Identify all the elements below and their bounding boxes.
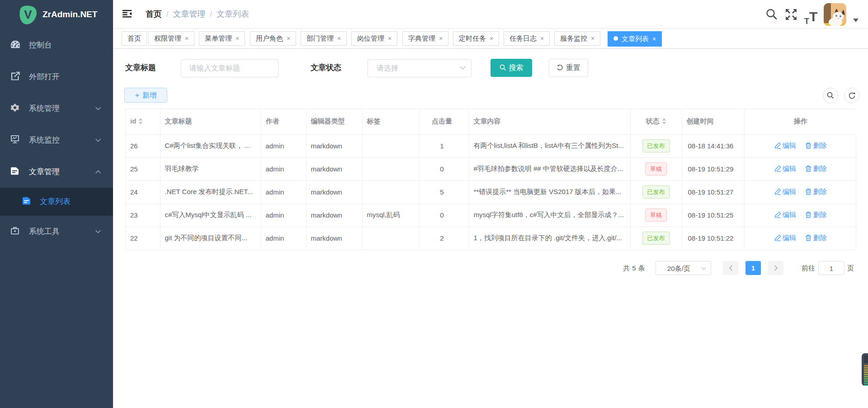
svg-text:V: V <box>24 8 32 21</box>
